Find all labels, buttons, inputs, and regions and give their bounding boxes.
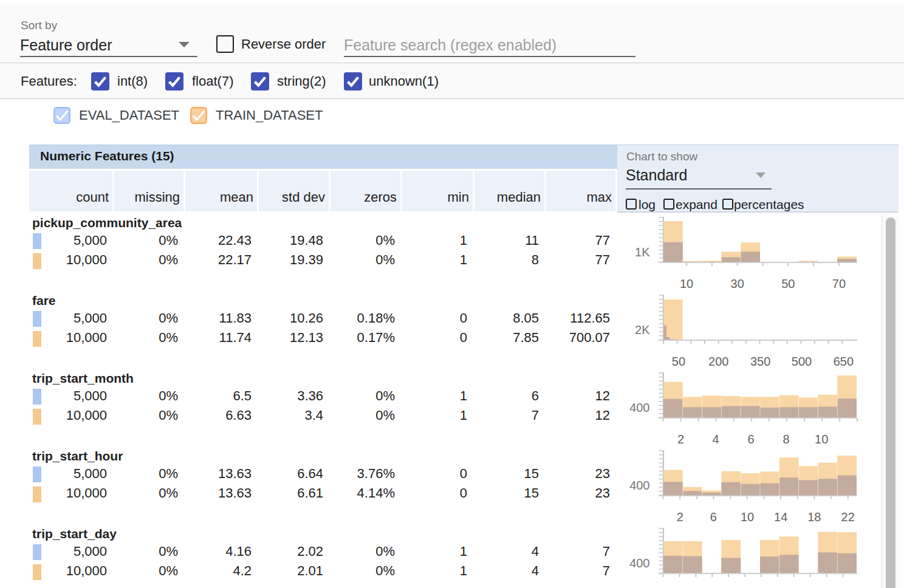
svg-text:400: 400 [629, 401, 649, 414]
svg-text:650: 650 [834, 355, 854, 368]
svg-text:500: 500 [792, 355, 812, 368]
svg-text:1K: 1K [635, 245, 650, 259]
svg-text:70: 70 [832, 277, 846, 290]
svg-text:200: 200 [708, 355, 728, 368]
svg-text:6: 6 [710, 510, 717, 524]
svg-text:350: 350 [750, 355, 770, 368]
svg-text:10: 10 [741, 510, 754, 524]
svg-text:2: 2 [677, 432, 684, 446]
svg-text:30: 30 [731, 277, 744, 290]
svg-text:8: 8 [783, 432, 790, 446]
svg-text:4: 4 [712, 432, 719, 446]
svg-text:2: 2 [677, 510, 683, 524]
svg-text:10: 10 [815, 432, 828, 446]
svg-text:14: 14 [774, 510, 787, 524]
svg-text:50: 50 [672, 355, 685, 368]
svg-text:10: 10 [680, 277, 693, 290]
svg-text:400: 400 [629, 479, 649, 492]
svg-text:22: 22 [841, 510, 855, 524]
svg-text:6: 6 [747, 432, 754, 446]
svg-text:400: 400 [629, 556, 649, 570]
svg-text:18: 18 [807, 510, 821, 524]
svg-text:50: 50 [781, 277, 795, 290]
svg-text:2K: 2K [635, 323, 650, 337]
